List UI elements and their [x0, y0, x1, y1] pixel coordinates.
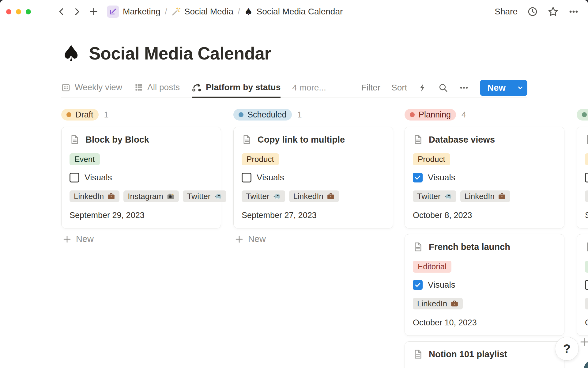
card-title: Block by Block [85, 135, 149, 145]
platform-label: Instagram [128, 192, 163, 201]
card-date: September 29, 2023 [70, 211, 213, 220]
briefcase-icon [327, 192, 335, 200]
status-badge-draft[interactable]: Draft [61, 109, 99, 121]
add-card-button[interactable]: New [233, 234, 393, 244]
breadcrumb-item-social-media[interactable]: Social Media [172, 7, 233, 17]
automation-bolt-icon[interactable] [418, 83, 427, 92]
view-toolbar: Weekly view All posts Platform by status… [61, 78, 527, 98]
category-tag: E [585, 261, 588, 273]
category-tag: Event [70, 153, 100, 165]
status-badge-planning[interactable]: Planning [405, 109, 456, 121]
page-document-icon [70, 134, 80, 145]
minimize-window-button[interactable] [16, 9, 21, 14]
platform-tag: L [585, 298, 588, 310]
status-label: Draft [75, 110, 93, 120]
platform-tag: T [585, 190, 588, 202]
magic-wand-icon [172, 7, 181, 16]
visuals-checkbox[interactable] [413, 173, 423, 182]
close-window-button[interactable] [6, 9, 11, 14]
history-clock-icon[interactable] [527, 6, 538, 17]
tab-label: Weekly view [75, 82, 122, 92]
search-icon[interactable] [438, 83, 448, 93]
board-card[interactable]: P T S [577, 127, 588, 228]
topbar-actions: Share [495, 6, 588, 17]
visuals-checkbox[interactable] [413, 280, 423, 290]
traffic-lights [6, 9, 31, 14]
page-document-icon [413, 242, 423, 252]
more-options-icon[interactable] [568, 6, 579, 17]
check-icon [414, 174, 421, 181]
new-page-button[interactable] [89, 7, 98, 16]
page-title: Social Media Calendar [89, 43, 271, 63]
template-brush-icon [107, 6, 119, 18]
board-column-scheduled: Scheduled 1 Copy link to multiple Produc… [233, 109, 393, 244]
help-button[interactable]: ? [555, 337, 579, 361]
add-group-button[interactable] [579, 337, 588, 347]
platform-tag-twitter: Twitter [413, 190, 456, 202]
new-entry-split-button: New [480, 80, 527, 96]
board-column-clipped: P T S E L O [577, 109, 588, 341]
platform-tag-linkedin: LinkedIn [460, 190, 510, 202]
platform-label: LinkedIn [465, 192, 495, 201]
favorite-star-icon[interactable] [548, 6, 559, 17]
board-card[interactable]: Copy link to multiple Product Visuals Tw… [233, 127, 393, 228]
new-entry-dropdown-button[interactable] [513, 80, 527, 96]
page-document-icon [413, 134, 423, 145]
board-card[interactable]: French beta launch Editorial Visuals Lin… [405, 234, 564, 336]
share-button[interactable]: Share [495, 7, 518, 17]
board-card[interactable]: Block by Block Event Visuals LinkedIn In… [61, 127, 221, 228]
board-card[interactable]: Database views Product Visuals Twitter L… [405, 127, 564, 228]
platform-label: Twitter [417, 192, 441, 201]
platform-tag-twitter: Twitter [242, 190, 285, 202]
briefcase-icon [498, 192, 506, 200]
visuals-checkbox[interactable] [70, 173, 79, 182]
visuals-checkbox[interactable] [585, 173, 588, 182]
chevron-down-icon [516, 84, 524, 92]
visuals-checkbox[interactable] [585, 280, 588, 290]
back-button[interactable] [57, 7, 66, 16]
status-dot [410, 112, 415, 117]
filter-button[interactable]: Filter [361, 83, 380, 93]
zoom-window-button[interactable] [26, 9, 31, 14]
page-document-icon [585, 242, 588, 252]
notion-window: Marketing / Social Media / ♠ So [0, 0, 588, 368]
more-views-link[interactable]: 4 more... [292, 83, 326, 93]
status-dot [239, 112, 243, 117]
checkbox-label: Visuals [257, 173, 284, 182]
plus-icon [62, 235, 72, 244]
breadcrumb: Marketing / Social Media / ♠ So [107, 6, 343, 18]
platform-label: Twitter [246, 192, 270, 201]
column-header: Planning 4 [405, 109, 564, 121]
page-document-icon [585, 134, 588, 145]
category-tag: Product [413, 153, 450, 165]
visuals-checkbox[interactable] [242, 173, 251, 182]
status-badge-green[interactable] [577, 109, 588, 121]
board-card[interactable]: E L O [577, 234, 588, 336]
grid-icon [134, 83, 143, 92]
column-count: 1 [297, 110, 302, 120]
page-document-icon [413, 349, 423, 359]
platform-tag-linkedin: LinkedIn [413, 298, 463, 310]
board-card[interactable]: Notion 101 playlist Education [405, 341, 564, 368]
sidebar-menu-icon[interactable] [38, 8, 48, 15]
breadcrumb-item-social-media-calendar[interactable]: ♠ Social Media Calendar [244, 7, 343, 17]
new-entry-button[interactable]: New [480, 80, 513, 96]
board-column-planning: Planning 4 Database views Product Visual… [405, 109, 564, 368]
sort-button[interactable]: Sort [391, 83, 407, 93]
tab-platform-by-status[interactable]: Platform by status [192, 78, 281, 98]
plus-icon [89, 7, 98, 16]
breadcrumb-item-marketing[interactable]: Marketing [107, 6, 160, 18]
camera-icon [167, 192, 175, 200]
kanban-board: Draft 1 Block by Block Event Visuals [0, 109, 588, 368]
view-options-icon[interactable] [459, 83, 469, 93]
card-title: Database views [429, 135, 495, 145]
forward-button[interactable] [73, 7, 81, 16]
status-flow-icon [192, 82, 202, 92]
tab-label: Platform by status [206, 82, 281, 92]
status-badge-scheduled[interactable]: Scheduled [233, 109, 292, 121]
add-card-button[interactable]: New [61, 234, 221, 244]
tab-weekly-view[interactable]: Weekly view [61, 78, 122, 98]
status-dot [66, 112, 71, 117]
tab-all-posts[interactable]: All posts [134, 78, 180, 98]
briefcase-icon [107, 192, 115, 200]
